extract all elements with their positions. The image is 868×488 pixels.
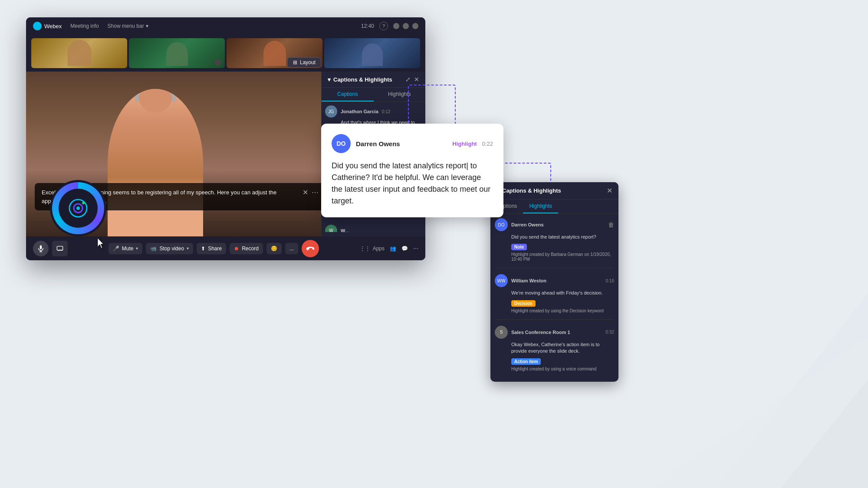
- chat-button[interactable]: [52, 241, 68, 256]
- window-controls: [393, 23, 418, 29]
- apps-button[interactable]: ⋮⋮ Apps: [360, 246, 385, 252]
- item-name: William Weston: [511, 278, 546, 283]
- list-item: WW William Weston 0:16 We're moving ahea…: [495, 274, 614, 319]
- ch-panel-actions: ⤢ ✕: [405, 76, 419, 83]
- svg-point-10: [82, 202, 85, 204]
- item-text: Did you send the latest analytics report…: [495, 234, 614, 240]
- more-right-icon: ⋯: [413, 246, 418, 252]
- item-note: Highlight created by using the Decision …: [495, 308, 614, 313]
- reactions-icon: 😊: [271, 246, 277, 252]
- tab-captions[interactable]: Captions: [322, 88, 374, 102]
- item-note: Highlight created by using a voice comma…: [495, 367, 614, 371]
- thumbnail-2[interactable]: [129, 38, 225, 68]
- mute-button[interactable]: 🎤 Mute ▾: [108, 243, 143, 254]
- video-chevron-icon: ▾: [187, 246, 189, 251]
- highlight-card-header: DO Darren Owens Highlight 0:22: [332, 134, 493, 153]
- apps-icon: ⋮⋮: [360, 246, 370, 252]
- msg-name: W...: [341, 228, 349, 232]
- share-icon: ⬆: [201, 246, 205, 252]
- webex-logo: Webex: [33, 22, 62, 30]
- mic-button[interactable]: [33, 241, 49, 256]
- webex-ai-logo: [50, 180, 106, 236]
- reactions-button[interactable]: 😊: [266, 243, 282, 254]
- thumbnail-4[interactable]: [324, 38, 420, 68]
- svg-marker-1: [781, 380, 868, 488]
- svg-point-9: [76, 206, 80, 210]
- highlight-label: Highlight: [452, 141, 477, 147]
- thumbnails-bar: [26, 35, 425, 72]
- control-right: ⋮⋮ Apps 👥 💬 ⋯: [360, 246, 418, 252]
- ai-logo-ring: [52, 182, 104, 234]
- svg-marker-0: [716, 293, 868, 488]
- highlight-card-avatar: DO: [332, 134, 351, 153]
- list-item: W W... Ex... co... fr...: [325, 225, 422, 232]
- highlight-card-text: Did you send the latest analytics report…: [332, 160, 493, 207]
- badge-note: Note: [511, 244, 527, 250]
- title-bar: Webex Meeting info Show menu bar ▾ 12:40…: [26, 17, 425, 35]
- caption-close-button[interactable]: ✕: [302, 188, 308, 197]
- reactions-button-right[interactable]: 💬: [401, 246, 408, 252]
- delete-item-button[interactable]: 🗑: [608, 221, 614, 228]
- close-panel-button[interactable]: ✕: [414, 76, 419, 83]
- show-menu-button[interactable]: Show menu bar ▾: [108, 23, 148, 29]
- avatar: JG: [325, 105, 337, 118]
- reaction-icon: 💬: [401, 246, 408, 252]
- float-tab-highlights[interactable]: Highlights: [523, 200, 558, 213]
- control-center: 🎤 Mute ▾ 📹 Stop video ▾ ⬆ Share ⏺ Record…: [108, 240, 319, 257]
- item-note: Highlight created by Barbara German on 1…: [495, 252, 614, 262]
- control-bar: 🎤 Mute ▾ 📹 Stop video ▾ ⬆ Share ⏺ Record…: [26, 236, 425, 260]
- minimize-button[interactable]: [393, 23, 399, 29]
- avatar: W: [325, 225, 337, 232]
- list-item: DO Darren Owens 🗑 Did you send the lates…: [495, 218, 614, 268]
- title-bar-right: 12:40 ?: [361, 22, 418, 30]
- video-icon: 📹: [150, 246, 157, 252]
- item-name: Darren Owens: [511, 222, 544, 227]
- close-button[interactable]: [412, 23, 418, 29]
- end-call-button[interactable]: [302, 240, 319, 257]
- participants-icon: 👥: [390, 246, 396, 252]
- msg-name: Jonathon Garcia: [341, 109, 378, 114]
- ch-panel-float: ▾ Captions & Highlights ✕ Captions Highl…: [490, 182, 618, 382]
- caption-more-button[interactable]: ⋯: [312, 188, 319, 197]
- avatar: WW: [495, 274, 508, 287]
- maximize-button[interactable]: [403, 23, 409, 29]
- participants-button[interactable]: 👥: [390, 246, 396, 252]
- more-right-button[interactable]: ⋯: [413, 246, 418, 252]
- item-name: Sales Conference Room 1: [511, 330, 570, 335]
- ch-tabs: Captions Highlights: [322, 88, 425, 102]
- list-item: S Sales Conference Room 1 0:32 Okay Webe…: [495, 326, 614, 377]
- record-button[interactable]: ⏺ Record: [230, 243, 263, 254]
- record-icon: ⏺: [234, 246, 239, 252]
- avatar: DO: [495, 218, 508, 231]
- svg-marker-2: [651, 336, 868, 488]
- layout-button[interactable]: ⊞ Layout: [287, 57, 321, 68]
- ch-float-header: ▾ Captions & Highlights ✕: [490, 182, 618, 200]
- ai-logo-outer: [50, 180, 106, 236]
- help-button[interactable]: ?: [379, 22, 388, 30]
- msg-time: 0:12: [382, 109, 390, 114]
- more-options-button[interactable]: ...: [285, 243, 298, 254]
- layout-icon: ⊞: [293, 59, 297, 66]
- ch-float-title: ▾ Captions & Highlights: [496, 187, 561, 194]
- meeting-info-button[interactable]: Meeting info: [67, 22, 102, 30]
- highlight-card-name: Darren Owens: [356, 140, 400, 147]
- time-display: 12:40: [361, 23, 374, 29]
- share-button[interactable]: ⬆ Share: [197, 243, 226, 254]
- item-text: Okay Webex, Catherine's action item is t…: [495, 341, 614, 355]
- tab-highlights[interactable]: Highlights: [374, 88, 426, 102]
- badge-action-item: Action item: [511, 358, 541, 365]
- item-time: 0:32: [606, 330, 614, 334]
- highlight-card: DO Darren Owens Highlight 0:22 Did you s…: [321, 124, 503, 217]
- badge-decision: Decision: [511, 300, 536, 307]
- webex-logo-icon: [33, 22, 42, 30]
- ch-float-close-button[interactable]: ✕: [607, 187, 612, 195]
- thumbnail-1[interactable]: [31, 38, 127, 68]
- mute-icon: 🎤: [113, 246, 119, 252]
- end-call-icon: [306, 245, 314, 252]
- title-bar-left: Webex Meeting info Show menu bar ▾: [33, 22, 148, 30]
- chat-icon: [56, 245, 63, 252]
- stop-video-button[interactable]: 📹 Stop video ▾: [146, 243, 193, 254]
- expand-panel-button[interactable]: ⤢: [405, 76, 411, 83]
- webex-logo-text: Webex: [44, 23, 62, 29]
- mic-icon: [37, 245, 45, 252]
